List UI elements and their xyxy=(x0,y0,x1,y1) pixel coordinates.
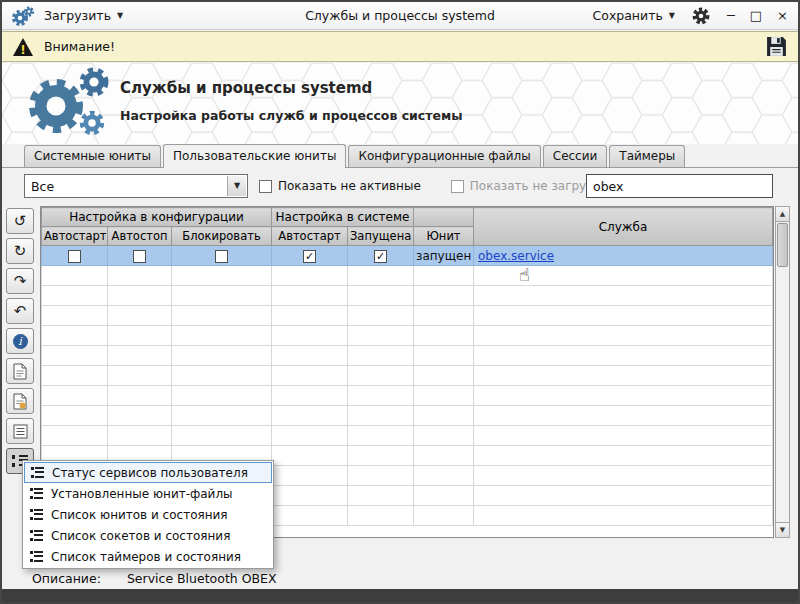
chevron-down-icon: ▼ xyxy=(117,12,123,20)
service-row[interactable]: ✓ ✓ запущен obex.service xyxy=(42,246,773,266)
empty-row xyxy=(42,306,773,326)
group-header-system: Настройка в системе xyxy=(272,208,414,227)
info-button[interactable]: i xyxy=(6,328,34,354)
show-inactive-checkbox[interactable]: Показать не активные xyxy=(259,179,421,193)
scope-select[interactable]: Все ▼ xyxy=(24,174,248,198)
page-subtitle: Настройка работы служб и процессов систе… xyxy=(120,108,462,123)
document-icon xyxy=(13,363,27,380)
menu-item-installed-unit-files[interactable]: Установленные юнит-файлы xyxy=(24,483,272,504)
autostart-system-checkbox[interactable]: ✓ xyxy=(303,250,316,263)
empty-row xyxy=(42,386,773,406)
column-header-unit[interactable]: Юнит xyxy=(414,227,474,246)
tab-timers[interactable]: Таймеры xyxy=(609,145,685,167)
side-toolbar: ↺ ↻ ↷ ↶ i xyxy=(6,208,36,474)
column-header-autostart-config[interactable]: Автостарт xyxy=(42,227,108,246)
load-menu-label: Загрузить xyxy=(44,8,111,23)
empty-row xyxy=(42,286,773,306)
column-header-autostart-system[interactable]: Автостарт xyxy=(272,227,348,246)
empty-row xyxy=(42,326,773,346)
menu-item-label: Список сокетов и состояния xyxy=(51,529,230,543)
restart-button[interactable]: ↻ xyxy=(6,238,34,264)
save-to-file-button[interactable] xyxy=(765,35,788,58)
refresh-icon: ↺ xyxy=(14,212,27,230)
group-header-config: Настройка в конфигурации xyxy=(42,208,272,227)
header-banner: Службы и процессы systemd Настройка рабо… xyxy=(2,63,798,144)
empty-row xyxy=(42,426,773,446)
list-icon xyxy=(30,551,43,562)
column-header-block[interactable]: Блокировать xyxy=(172,227,272,246)
warning-bar: ! Внимание! xyxy=(2,31,798,62)
scope-select-button[interactable]: ▼ xyxy=(227,176,246,196)
empty-row xyxy=(42,266,773,286)
systemd-gears-icon xyxy=(16,63,120,144)
svg-text:!: ! xyxy=(20,42,25,56)
load-menu-button[interactable]: Загрузить ▼ xyxy=(44,8,123,23)
window-controls: ─ □ × xyxy=(727,9,788,22)
titlebar: Службы и процессы systemd Загрузить ▼ Со… xyxy=(2,2,798,30)
column-header-service[interactable]: Служба xyxy=(474,208,773,246)
tab-config-files[interactable]: Конфигурационные файлы xyxy=(348,145,540,167)
scrollbar-thumb[interactable] xyxy=(777,223,788,267)
block-checkbox[interactable] xyxy=(215,250,228,263)
column-header-autostop[interactable]: Автостоп xyxy=(108,227,172,246)
autostart-config-checkbox[interactable] xyxy=(68,250,81,263)
menu-item-user-services-status[interactable]: Статус сервисов пользователя xyxy=(24,462,272,483)
menu-item-label: Статус сервисов пользователя xyxy=(52,466,248,480)
floppy-disk-icon xyxy=(765,35,788,58)
tab-sessions[interactable]: Сессии xyxy=(543,145,608,167)
window-footer xyxy=(2,589,798,602)
scope-select-value: Все xyxy=(31,179,54,194)
empty-row xyxy=(42,366,773,386)
tab-user-units[interactable]: Пользовательские юниты xyxy=(163,144,346,168)
restart-icon: ↻ xyxy=(14,242,27,260)
service-link[interactable]: obex.service xyxy=(478,249,554,263)
empty-row xyxy=(42,346,773,366)
save-menu-label: Сохранить xyxy=(593,8,663,23)
running-checkbox[interactable]: ✓ xyxy=(374,250,387,263)
chevron-down-icon: ▼ xyxy=(234,182,240,190)
save-menu-button[interactable]: Сохранить ▼ xyxy=(593,8,675,23)
group-header-empty xyxy=(414,208,474,227)
hand-cursor-icon: ☝ xyxy=(519,264,530,285)
refresh-button[interactable]: ↺ xyxy=(6,208,34,234)
config-file-button[interactable] xyxy=(6,388,34,414)
checkbox-box[interactable] xyxy=(451,180,464,193)
checkbox-box[interactable] xyxy=(259,180,272,193)
undo-icon: ↶ xyxy=(14,302,27,320)
maximize-button[interactable]: □ xyxy=(750,9,762,22)
unit-list-button[interactable] xyxy=(6,418,34,444)
info-icon: i xyxy=(13,334,28,349)
tab-system-units[interactable]: Системные юниты xyxy=(24,145,161,167)
menu-item-sockets-list[interactable]: Список сокетов и состояния xyxy=(24,525,272,546)
filter-bar: Все ▼ Показать не активные Показать не з… xyxy=(2,172,798,200)
menu-item-label: Установленные юнит-файлы xyxy=(51,487,233,501)
document-note-icon xyxy=(13,393,27,410)
scrollbar-up-button[interactable]: ▲ xyxy=(776,207,789,222)
menu-item-units-list[interactable]: Список юнитов и состояния xyxy=(24,504,272,525)
warning-icon: ! xyxy=(12,37,34,57)
list-icon xyxy=(31,467,44,478)
settings-gear-icon[interactable] xyxy=(691,6,711,26)
column-header-running[interactable]: Запущена xyxy=(348,227,414,246)
menu-item-label: Список таймеров и состояния xyxy=(51,550,241,564)
list-icon xyxy=(30,530,43,541)
scrollbar-down-button[interactable]: ▼ xyxy=(776,522,789,537)
context-menu: Статус сервисов пользователя Установленн… xyxy=(22,460,274,569)
minimize-button[interactable]: ─ xyxy=(727,9,735,22)
search-input[interactable] xyxy=(586,174,773,198)
menu-item-label: Список юнитов и состояния xyxy=(51,508,228,522)
redo-button[interactable]: ↷ xyxy=(6,268,34,294)
warning-text: Внимание! xyxy=(44,39,115,54)
menu-item-timers-list[interactable]: Список таймеров и состояния xyxy=(24,546,272,567)
titlebar-right: Сохранить ▼ ─ □ × xyxy=(585,6,791,26)
show-inactive-label: Показать не активные xyxy=(278,179,421,193)
undo-button[interactable]: ↶ xyxy=(6,298,34,324)
vertical-scrollbar[interactable]: ▲ ▼ xyxy=(775,206,790,538)
description-value: Service Bluetooth OBEX xyxy=(127,571,277,586)
log-file-button[interactable] xyxy=(6,358,34,384)
chevron-down-icon: ▼ xyxy=(669,12,675,20)
autostop-checkbox[interactable] xyxy=(133,250,146,263)
status-bar: Описание: Service Bluetooth OBEX xyxy=(2,566,798,590)
close-button[interactable]: × xyxy=(777,9,788,22)
list-icon xyxy=(30,509,43,520)
